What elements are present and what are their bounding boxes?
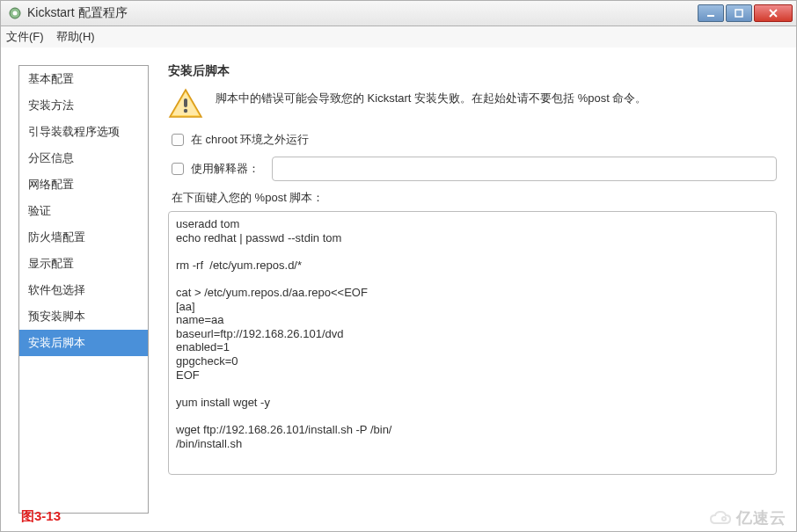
script-label: 在下面键入您的 %post 脚本： — [172, 190, 777, 206]
title-bar: Kickstart 配置程序 — [0, 0, 797, 26]
warning-text: 脚本中的错误可能会导致您的 Kickstart 安装失败。在起始处请不要包括 %… — [216, 88, 647, 107]
sidebar-item-auth[interactable]: 验证 — [19, 198, 148, 224]
minimize-button[interactable] — [698, 4, 724, 22]
svg-rect-2 — [707, 15, 714, 17]
sidebar-item-install-method[interactable]: 安装方法 — [19, 92, 148, 119]
close-button[interactable] — [754, 4, 793, 22]
svg-point-1 — [13, 11, 18, 16]
chroot-label: 在 chroot 环境之外运行 — [191, 132, 309, 148]
svg-rect-4 — [184, 98, 187, 107]
maximize-button[interactable] — [726, 4, 752, 22]
window-controls — [698, 4, 793, 22]
svg-point-6 — [722, 517, 726, 521]
sidebar-item-network[interactable]: 网络配置 — [19, 171, 148, 198]
sidebar-item-pre-script[interactable]: 预安装脚本 — [19, 303, 148, 330]
sidebar-item-basic[interactable]: 基本配置 — [19, 66, 148, 92]
sidebar-item-post-script[interactable]: 安装后脚本 — [19, 330, 148, 356]
sidebar-item-packages[interactable]: 软件包选择 — [19, 277, 148, 303]
warning-icon — [168, 88, 203, 120]
sidebar-item-bootloader[interactable]: 引导装载程序选项 — [19, 119, 148, 145]
interpreter-row: 使用解释器： — [172, 157, 777, 181]
figure-label: 图3-13 — [21, 508, 61, 525]
watermark-text: 亿速云 — [736, 507, 786, 528]
menu-help[interactable]: 帮助(H) — [56, 29, 95, 45]
client-area: 基本配置 安装方法 引导装载程序选项 分区信息 网络配置 验证 防火墙配置 显示… — [0, 47, 797, 532]
sidebar-item-firewall[interactable]: 防火墙配置 — [19, 224, 148, 251]
chroot-checkbox[interactable] — [172, 134, 184, 146]
menu-bar: 文件(F) 帮助(H) — [0, 26, 797, 47]
watermark: 亿速云 — [708, 507, 786, 528]
sidebar-item-partition[interactable]: 分区信息 — [19, 145, 148, 171]
app-icon — [8, 6, 22, 20]
svg-point-5 — [184, 109, 187, 113]
svg-rect-3 — [735, 10, 742, 17]
sidebar: 基本配置 安装方法 引导装载程序选项 分区信息 网络配置 验证 防火墙配置 显示… — [18, 65, 149, 514]
window-title: Kickstart 配置程序 — [27, 5, 698, 21]
interpreter-checkbox[interactable] — [172, 163, 184, 175]
interpreter-label: 使用解释器： — [191, 161, 260, 177]
sidebar-item-display[interactable]: 显示配置 — [19, 251, 148, 277]
warning-row: 脚本中的错误可能会导致您的 Kickstart 安装失败。在起始处请不要包括 %… — [168, 88, 777, 120]
interpreter-input[interactable] — [272, 157, 777, 181]
content-pane: 安装后脚本 脚本中的错误可能会导致您的 Kickstart 安装失败。在起始处请… — [149, 47, 796, 531]
post-script-textarea[interactable] — [168, 211, 777, 475]
menu-file[interactable]: 文件(F) — [6, 29, 44, 45]
chroot-row: 在 chroot 环境之外运行 — [172, 132, 777, 148]
page-title: 安装后脚本 — [168, 63, 777, 79]
